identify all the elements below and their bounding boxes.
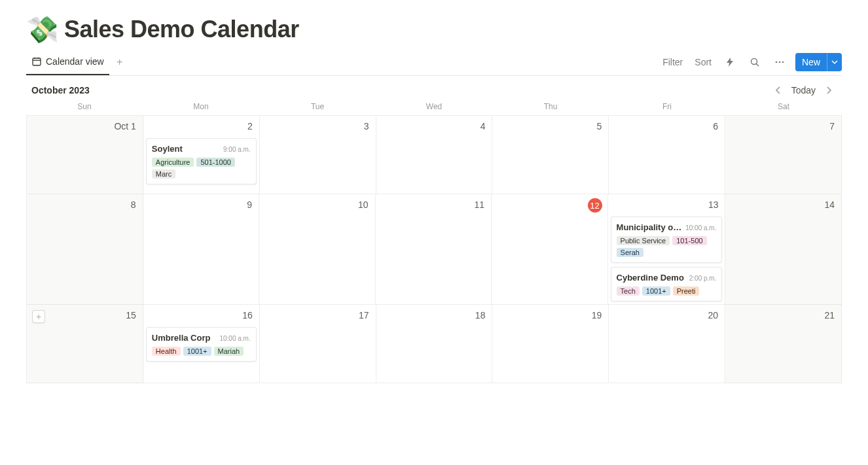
day-number: 9: [247, 199, 252, 210]
event-card[interactable]: Soylent9:00 a.m.Agriculture501-1000Marc: [146, 138, 257, 184]
day-number: 8: [131, 199, 136, 210]
day-number: 10: [358, 199, 369, 210]
dow-label: Tue: [259, 102, 376, 111]
event-tag: 1001+: [183, 347, 211, 356]
search-button[interactable]: [746, 53, 764, 71]
today-button[interactable]: Today: [787, 84, 820, 97]
dow-label: Fri: [609, 102, 725, 111]
day-number: 2: [247, 121, 253, 131]
event-title: Cyberdine Demo: [617, 273, 684, 283]
add-view-button[interactable]: +: [112, 54, 128, 70]
more-button[interactable]: [770, 53, 789, 71]
calendar-day[interactable]: 7: [725, 116, 842, 194]
new-button-dropdown[interactable]: [827, 53, 842, 71]
day-number: Oct 1: [114, 121, 136, 131]
page-title-row: 💸 Sales Demo Calendar: [26, 0, 842, 48]
calendar-day[interactable]: 18: [376, 305, 493, 383]
event-card[interactable]: Municipality o…10:00 a.m.Public Service1…: [611, 216, 723, 263]
event-title: Umbrella Corp: [152, 333, 211, 343]
new-button-label: New: [795, 53, 827, 71]
page-title[interactable]: Sales Demo Calendar: [64, 16, 299, 43]
event-time: 10:00 a.m.: [685, 224, 716, 232]
svg-point-8: [782, 61, 784, 63]
day-number: 11: [474, 199, 484, 210]
calendar-day[interactable]: 12: [492, 194, 608, 305]
calendar-day[interactable]: 11: [376, 194, 492, 305]
calendar-day[interactable]: 8: [27, 194, 143, 305]
event-title: Municipality o…: [617, 222, 682, 232]
event-tag: Marc: [152, 169, 175, 179]
add-event-button[interactable]: +: [32, 310, 45, 323]
event-tag: Public Service: [617, 236, 670, 245]
day-number: 19: [592, 310, 602, 320]
calendar-day[interactable]: 15+: [27, 305, 143, 383]
new-button[interactable]: New: [795, 53, 842, 71]
chevron-down-icon: [831, 59, 838, 65]
filter-button[interactable]: Filter: [660, 54, 685, 70]
calendar-day[interactable]: 13Municipality o…10:00 a.m.Public Servic…: [608, 194, 726, 305]
day-number: 7: [829, 121, 835, 131]
page-emoji[interactable]: 💸: [26, 16, 59, 43]
bolt-icon: [725, 57, 735, 67]
day-number: 4: [480, 121, 486, 131]
day-number: 14: [824, 199, 835, 210]
calendar-day[interactable]: 3: [260, 116, 376, 194]
svg-point-4: [751, 58, 757, 64]
dow-label: Thu: [492, 102, 609, 111]
day-number: 13: [708, 199, 719, 210]
chevron-left-icon: [774, 86, 783, 95]
search-icon: [750, 57, 760, 67]
view-tab-calendar[interactable]: Calendar view: [26, 48, 109, 75]
calendar-day[interactable]: 2Soylent9:00 a.m.Agriculture501-1000Marc: [143, 116, 260, 194]
calendar-day[interactable]: 5: [492, 116, 609, 194]
day-number: 5: [596, 121, 602, 131]
svg-line-5: [756, 63, 759, 66]
calendar-day[interactable]: 9: [143, 194, 260, 305]
event-tag: Health: [152, 347, 181, 356]
sort-button[interactable]: Sort: [692, 54, 714, 70]
plus-icon: +: [117, 56, 122, 68]
calendar-day[interactable]: 19: [492, 305, 609, 383]
day-number: 15: [126, 310, 136, 320]
event-tag: Mariah: [214, 347, 244, 356]
month-header: October 2023 Today: [26, 76, 842, 102]
calendar-day[interactable]: 21: [725, 305, 842, 383]
day-number: 12: [588, 198, 602, 213]
automations-button[interactable]: [721, 53, 739, 71]
calendar-grid: Oct 12Soylent9:00 a.m.Agriculture501-100…: [26, 115, 842, 383]
calendar-day[interactable]: 4: [376, 116, 493, 194]
event-tag: 1001+: [642, 286, 670, 296]
svg-point-6: [776, 61, 778, 63]
dow-label: Sun: [26, 102, 143, 111]
day-number: 3: [364, 121, 369, 131]
calendar-day[interactable]: 14: [725, 194, 842, 305]
event-tag: 501-1000: [196, 158, 235, 167]
event-time: 9:00 a.m.: [223, 146, 251, 153]
next-month-button[interactable]: [821, 82, 837, 98]
dow-label: Wed: [376, 102, 492, 111]
database-toolbar: Calendar view + Filter Sort New: [26, 48, 842, 76]
event-tag: Preeti: [673, 286, 700, 296]
day-number: 16: [242, 310, 253, 320]
svg-rect-0: [33, 58, 41, 65]
calendar-icon: [31, 56, 42, 67]
dow-label: Mon: [143, 102, 259, 111]
calendar-day[interactable]: 16Umbrella Corp10:00 a.m.Health1001+Mari…: [143, 305, 260, 383]
month-label: October 2023: [31, 85, 90, 95]
day-of-week-header: SunMonTueWedThuFriSat: [26, 102, 842, 115]
day-number: 20: [708, 310, 719, 320]
event-tag: Tech: [617, 286, 640, 296]
calendar-day[interactable]: 17: [260, 305, 376, 383]
event-card[interactable]: Cyberdine Demo2:00 p.m.Tech1001+Preeti: [611, 267, 723, 301]
calendar-day[interactable]: 6: [609, 116, 725, 194]
chevron-right-icon: [824, 86, 833, 95]
calendar-day[interactable]: Oct 1: [27, 116, 143, 194]
prev-month-button[interactable]: [770, 82, 786, 98]
calendar-day[interactable]: 10: [259, 194, 376, 305]
ellipsis-icon: [774, 57, 785, 67]
event-card[interactable]: Umbrella Corp10:00 a.m.Health1001+Mariah: [146, 327, 257, 362]
svg-point-7: [779, 61, 781, 63]
calendar-day[interactable]: 20: [609, 305, 725, 383]
dow-label: Sat: [725, 102, 842, 111]
event-time: 10:00 a.m.: [219, 335, 250, 342]
